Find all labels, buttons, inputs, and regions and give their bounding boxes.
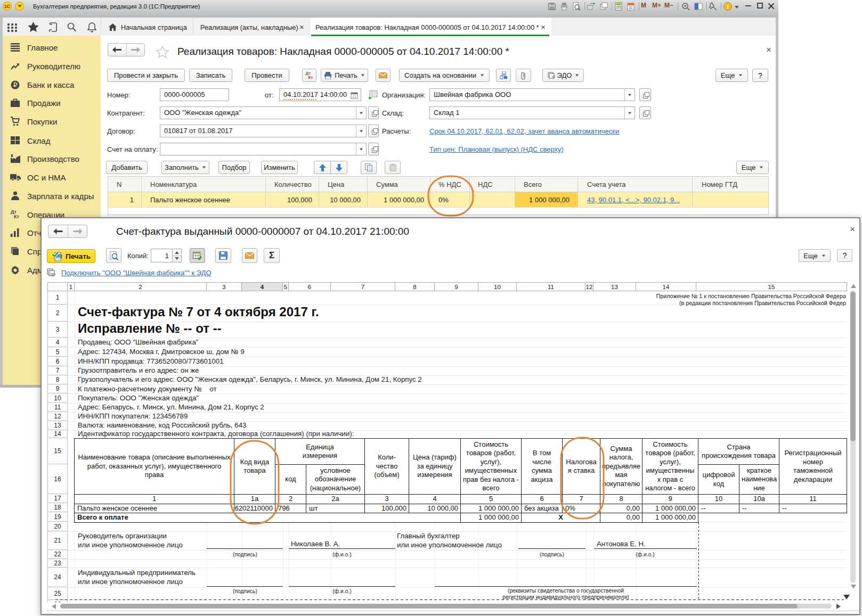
svg-text:ЭДО: ЭДО <box>551 75 555 78</box>
svg-text:ЭДО: ЭДО <box>50 273 56 276</box>
svg-text:31: 31 <box>629 6 633 10</box>
